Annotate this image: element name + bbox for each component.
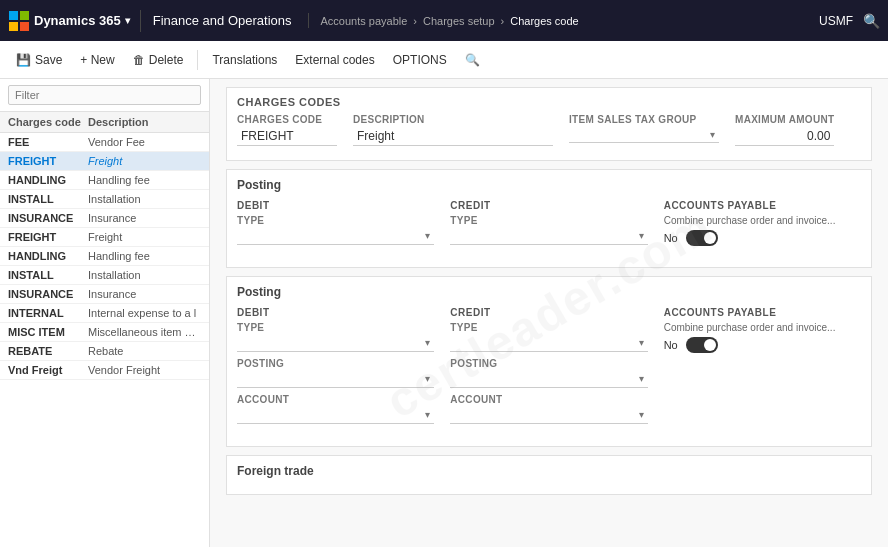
sidebar-row[interactable]: HANDLING Handling fee xyxy=(0,247,209,266)
sidebar-row-desc: Insurance xyxy=(88,212,201,224)
sidebar-row-desc: Freight xyxy=(88,155,201,167)
item-sales-tax-value[interactable]: ▾ xyxy=(569,127,719,143)
sidebar-row[interactable]: INSURANCE Insurance xyxy=(0,209,209,228)
sidebar-row-code: INSTALL xyxy=(8,193,88,205)
posting-2-grid: DEBIT Type Posting Account xyxy=(237,307,861,430)
sidebar-row-desc: Handling fee xyxy=(88,250,201,262)
credit-2-label: CREDIT xyxy=(450,307,647,318)
description-value[interactable]: Freight xyxy=(353,127,553,146)
save-label: Save xyxy=(35,53,62,67)
translations-button[interactable]: Translations xyxy=(204,49,285,71)
debit-type-1-field: Type xyxy=(237,215,434,245)
sidebar-row-desc: Miscellaneous item ch... xyxy=(88,326,201,338)
foreign-trade-label: Foreign trade xyxy=(237,464,861,478)
sidebar-row-code: INSURANCE xyxy=(8,288,88,300)
item-sales-tax-group-field: Item sales tax group ▾ xyxy=(569,114,719,146)
toolbar: 💾 Save + New 🗑 Delete Translations Exter… xyxy=(0,41,888,79)
charges-codes-title: CHARGES CODES xyxy=(237,96,861,108)
top-nav-right: USMF 🔍 xyxy=(819,13,880,29)
sidebar-row[interactable]: INSTALL Installation xyxy=(0,266,209,285)
posting-1-label: Posting xyxy=(237,178,861,192)
credit-type-2-field: Type xyxy=(450,322,647,352)
debit-account-2-input[interactable] xyxy=(237,407,434,424)
credit-type-1-field: Type xyxy=(450,215,647,245)
toolbar-search-button[interactable]: 🔍 xyxy=(457,49,488,71)
sidebar-row[interactable]: MISC ITEM Miscellaneous item ch... xyxy=(0,323,209,342)
sidebar-row[interactable]: INTERNAL Internal expense to a l xyxy=(0,304,209,323)
ap-2-label: ACCOUNTS PAYABLE xyxy=(664,307,861,318)
posting-section-2: Posting DEBIT Type Posting xyxy=(226,276,872,447)
sidebar-row-desc: Insurance xyxy=(88,288,201,300)
brand[interactable]: Dynamics 365 ▾ xyxy=(8,10,141,32)
description-label: Description xyxy=(353,114,553,125)
credit-account-2-input[interactable] xyxy=(450,407,647,424)
sidebar-row[interactable]: FEE Vendor Fee xyxy=(0,133,209,152)
svg-rect-0 xyxy=(9,11,18,20)
sidebar-row[interactable]: FREIGHT Freight xyxy=(0,152,209,171)
debit-posting-2-input[interactable] xyxy=(237,371,434,388)
options-label: OPTIONS xyxy=(393,53,447,67)
sidebar-row[interactable]: Vnd Freigt Vendor Freight xyxy=(0,361,209,380)
debit-account-2-label: Account xyxy=(237,394,434,405)
debit-account-2-field: Account xyxy=(237,394,434,424)
debit-posting-2-field: Posting xyxy=(237,358,434,388)
credit-posting-2-field: Posting xyxy=(450,358,647,388)
sidebar-list: FEE Vendor Fee FREIGHT Freight HANDLING … xyxy=(0,133,209,547)
ap-1-toggle-row: No xyxy=(664,230,861,246)
debit-type-2-field: Type xyxy=(237,322,434,352)
description-field: Description Freight xyxy=(353,114,553,146)
debit-col-1: DEBIT Type xyxy=(237,200,434,251)
sidebar-row[interactable]: INSURANCE Insurance xyxy=(0,285,209,304)
debit-type-1-input[interactable] xyxy=(237,228,434,245)
debit-2-label: DEBIT xyxy=(237,307,434,318)
debit-type-1-select-wrapper xyxy=(237,228,434,245)
toolbar-search-icon: 🔍 xyxy=(465,53,480,67)
options-button[interactable]: OPTIONS xyxy=(385,49,455,71)
search-icon[interactable]: 🔍 xyxy=(863,13,880,29)
breadcrumb-sep-2: › xyxy=(501,15,505,27)
debit-col-2: DEBIT Type Posting Account xyxy=(237,307,434,430)
brand-chevron-icon[interactable]: ▾ xyxy=(125,15,130,26)
posting-1-grid: DEBIT Type CREDIT Type xyxy=(237,200,861,251)
maximum-amount-value[interactable]: 0.00 xyxy=(735,127,834,146)
ap-1-toggle[interactable] xyxy=(686,230,718,246)
credit-col-2: CREDIT Type Posting Account xyxy=(450,307,647,430)
external-codes-button[interactable]: External codes xyxy=(287,49,382,71)
ap-2-field-label: Combine purchase order and invoice... xyxy=(664,322,861,333)
credit-type-2-input[interactable] xyxy=(450,335,647,352)
maximum-amount-label: Maximum amount xyxy=(735,114,834,125)
sidebar-row-code: HANDLING xyxy=(8,250,88,262)
sidebar-row[interactable]: FREIGHT Freight xyxy=(0,228,209,247)
sidebar-row[interactable]: REBATE Rebate xyxy=(0,342,209,361)
sidebar-row-desc: Vendor Freight xyxy=(88,364,201,376)
credit-posting-2-input[interactable] xyxy=(450,371,647,388)
breadcrumb-item-3: Charges code xyxy=(510,15,579,27)
save-button[interactable]: 💾 Save xyxy=(8,49,70,71)
debit-type-2-input[interactable] xyxy=(237,335,434,352)
save-icon: 💾 xyxy=(16,53,31,67)
breadcrumb-item-2[interactable]: Charges setup xyxy=(423,15,495,27)
nav-title: Finance and Operations xyxy=(153,13,309,28)
credit-posting-2-label: Posting xyxy=(450,358,647,369)
sidebar-row-desc: Installation xyxy=(88,193,201,205)
charges-codes-section: CHARGES CODES Charges code FREIGHT Descr… xyxy=(226,87,872,161)
delete-button[interactable]: 🗑 Delete xyxy=(125,49,192,71)
new-button[interactable]: + New xyxy=(72,49,122,71)
sidebar-row[interactable]: INSTALL Installation xyxy=(0,190,209,209)
delete-icon: 🗑 xyxy=(133,53,145,67)
breadcrumb-item-1[interactable]: Accounts payable xyxy=(321,15,408,27)
charges-code-value[interactable]: FREIGHT xyxy=(237,127,337,146)
toolbar-separator xyxy=(197,50,198,70)
sidebar-row-desc: Freight xyxy=(88,231,201,243)
sidebar: Charges code Description FEE Vendor Fee … xyxy=(0,79,210,547)
debit-type-1-label: Type xyxy=(237,215,434,226)
company-label: USMF xyxy=(819,14,853,28)
ap-2-toggle[interactable] xyxy=(686,337,718,353)
filter-input[interactable] xyxy=(8,85,201,105)
sidebar-row-code: INSTALL xyxy=(8,269,88,281)
sidebar-row[interactable]: HANDLING Handling fee xyxy=(0,171,209,190)
credit-account-2-label: Account xyxy=(450,394,647,405)
credit-type-1-input[interactable] xyxy=(450,228,647,245)
debit-1-label: DEBIT xyxy=(237,200,434,211)
ap-col-2: ACCOUNTS PAYABLE Combine purchase order … xyxy=(664,307,861,430)
